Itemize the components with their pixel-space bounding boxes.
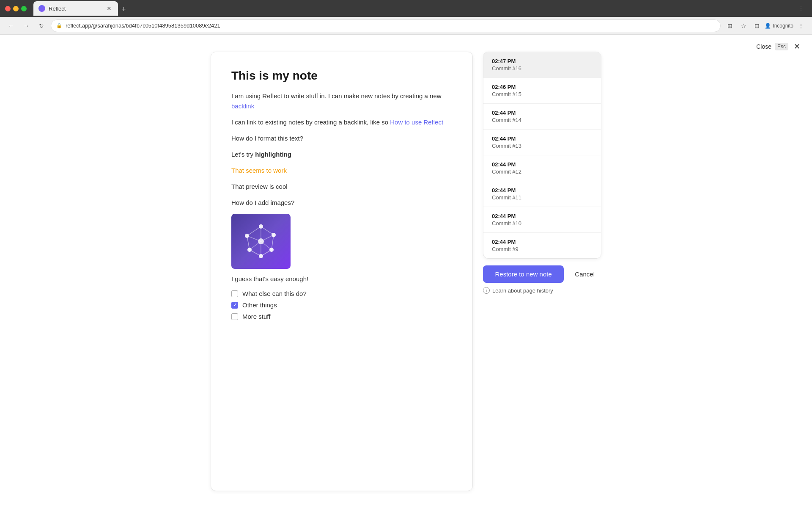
- url-text: reflect.app/g/sarahjonas/bd4fb7c0510f489…: [66, 22, 220, 29]
- tab-close-button[interactable]: ✕: [105, 5, 113, 12]
- history-time-0: 02:47 PM: [492, 58, 593, 64]
- learn-link-text: Learn about page history: [492, 287, 553, 294]
- history-time-3: 02:44 PM: [492, 135, 593, 142]
- history-commit-3: Commit #13: [492, 143, 593, 149]
- history-commit-0: Commit #16: [492, 65, 593, 72]
- main-layout: This is my note I am using Reflect to wr…: [152, 35, 660, 508]
- svg-line-18: [247, 236, 261, 241]
- svg-line-15: [261, 241, 272, 250]
- svg-line-8: [272, 235, 274, 250]
- svg-line-9: [261, 250, 272, 256]
- checkbox-label-2: Other things: [242, 301, 277, 309]
- lock-icon: 🔒: [56, 23, 62, 28]
- note-title: This is my note: [231, 69, 452, 83]
- checkbox-item-3: More stuff: [231, 313, 452, 320]
- checkbox-label-1: What else can this do?: [242, 290, 307, 297]
- history-commit-1: Commit #15: [492, 91, 593, 97]
- note-paragraph-2: I can link to existing notes by creating…: [231, 117, 452, 127]
- info-icon: i: [483, 287, 490, 294]
- history-time-6: 02:44 PM: [492, 213, 593, 219]
- history-list: 02:47 PM Commit #16 02:46 PM Commit #15 …: [483, 52, 601, 259]
- note-paragraph-highlight: Let's try highlighting: [231, 149, 452, 160]
- svg-line-12: [247, 226, 261, 236]
- browser-chrome: Reflect ✕ + ⋮ ← → ↻ 🔒 reflect.app/g/sara…: [0, 0, 812, 35]
- tab-title: Reflect: [49, 6, 102, 12]
- checkbox-2[interactable]: [231, 302, 238, 309]
- note-paragraph-3: How do I format this text?: [231, 133, 452, 144]
- history-item-3[interactable]: 02:44 PM Commit #13: [483, 130, 601, 155]
- browser-tab-reflect[interactable]: Reflect ✕: [33, 1, 118, 16]
- browser-menu-button[interactable]: ⋮: [795, 3, 807, 14]
- browser-menu-dots[interactable]: ⋮: [795, 20, 807, 32]
- history-time-1: 02:46 PM: [492, 84, 593, 90]
- toolbar-actions: ⊞ ☆ ⊡ 👤 Incognito ⋮: [724, 20, 807, 32]
- extensions-icon[interactable]: ⊞: [724, 20, 736, 32]
- traffic-lights: [5, 6, 27, 11]
- screen-capture-icon[interactable]: ⊡: [751, 20, 763, 32]
- forward-button[interactable]: →: [20, 20, 32, 32]
- minimize-window-button[interactable]: [13, 6, 19, 11]
- history-actions: Restore to new note Cancel: [483, 265, 601, 283]
- history-item-1[interactable]: 02:46 PM Commit #15: [483, 78, 601, 104]
- history-time-7: 02:44 PM: [492, 239, 593, 245]
- history-item-6[interactable]: 02:44 PM Commit #10: [483, 207, 601, 233]
- browser-titlebar: Reflect ✕ + ⋮: [0, 0, 812, 17]
- history-commit-6: Commit #10: [492, 220, 593, 226]
- history-commit-7: Commit #9: [492, 246, 593, 252]
- note-paragraph-1: I am using Reflect to write stuff in. I …: [231, 91, 452, 111]
- bookmark-icon[interactable]: ☆: [738, 20, 749, 32]
- history-commit-2: Commit #14: [492, 117, 593, 123]
- history-panel: 02:47 PM Commit #16 02:46 PM Commit #15 …: [483, 52, 601, 491]
- svg-line-14: [261, 235, 274, 241]
- close-label: Close: [756, 43, 771, 50]
- history-item-2[interactable]: 02:44 PM Commit #14: [483, 104, 601, 130]
- history-item-4[interactable]: 02:44 PM Commit #12: [483, 155, 601, 181]
- history-time-2: 02:44 PM: [492, 110, 593, 116]
- browser-toolbar: ← → ↻ 🔒 reflect.app/g/sarahjonas/bd4fb7c…: [0, 17, 812, 35]
- note-paragraph-5: How do I add images?: [231, 198, 452, 208]
- that-seems-to-work-link[interactable]: That seems to work: [231, 167, 287, 174]
- incognito-icon: 👤: [765, 23, 771, 29]
- learn-about-history-link[interactable]: i Learn about page history: [483, 287, 601, 294]
- checkbox-item-2: Other things: [231, 301, 452, 309]
- network-svg: [238, 218, 284, 265]
- history-commit-4: Commit #12: [492, 168, 593, 175]
- tab-favicon-reflect: [38, 5, 45, 12]
- note-image: [231, 214, 291, 269]
- history-commit-5: Commit #11: [492, 194, 593, 201]
- svg-line-10: [250, 250, 261, 256]
- address-bar[interactable]: 🔒 reflect.app/g/sarahjonas/bd4fb7c0510f4…: [51, 19, 721, 32]
- close-window-button[interactable]: [5, 6, 11, 11]
- svg-line-17: [250, 241, 261, 250]
- refresh-button[interactable]: ↻: [36, 20, 47, 32]
- restore-to-new-note-button[interactable]: Restore to new note: [483, 265, 564, 283]
- history-time-4: 02:44 PM: [492, 161, 593, 168]
- maximize-window-button[interactable]: [21, 6, 27, 11]
- note-panel: This is my note I am using Reflect to wr…: [211, 52, 473, 491]
- how-to-use-reflect-link[interactable]: How to use Reflect: [390, 119, 443, 126]
- checkbox-3[interactable]: [231, 313, 238, 320]
- highlight-word: highlighting: [255, 151, 291, 158]
- history-item-0[interactable]: 02:47 PM Commit #16: [483, 52, 601, 78]
- checkbox-label-3: More stuff: [242, 313, 270, 320]
- history-time-5: 02:44 PM: [492, 187, 593, 193]
- note-body: I am using Reflect to write stuff in. I …: [231, 91, 452, 320]
- incognito-badge: 👤 Incognito: [765, 23, 793, 29]
- page-content: Close Esc ✕ This is my note I am using R…: [0, 35, 812, 508]
- svg-line-7: [261, 226, 274, 235]
- note-link-line: That seems to work: [231, 166, 452, 176]
- tab-bar: Reflect ✕ +: [33, 1, 792, 16]
- incognito-label: Incognito: [773, 23, 793, 29]
- cancel-button[interactable]: Cancel: [568, 265, 601, 283]
- close-bar: Close Esc ✕: [756, 41, 802, 52]
- backlink[interactable]: backlink: [231, 102, 254, 110]
- back-button[interactable]: ←: [5, 20, 17, 32]
- close-button[interactable]: ✕: [792, 41, 802, 52]
- svg-line-11: [247, 236, 250, 250]
- history-item-5[interactable]: 02:44 PM Commit #11: [483, 181, 601, 207]
- checkbox-1[interactable]: [231, 290, 238, 297]
- history-item-7[interactable]: 02:44 PM Commit #9: [483, 233, 601, 258]
- new-tab-button[interactable]: +: [118, 3, 129, 16]
- note-paragraph-6: I guess that's easy enough!: [231, 274, 452, 284]
- checkbox-item-1: What else can this do?: [231, 290, 452, 297]
